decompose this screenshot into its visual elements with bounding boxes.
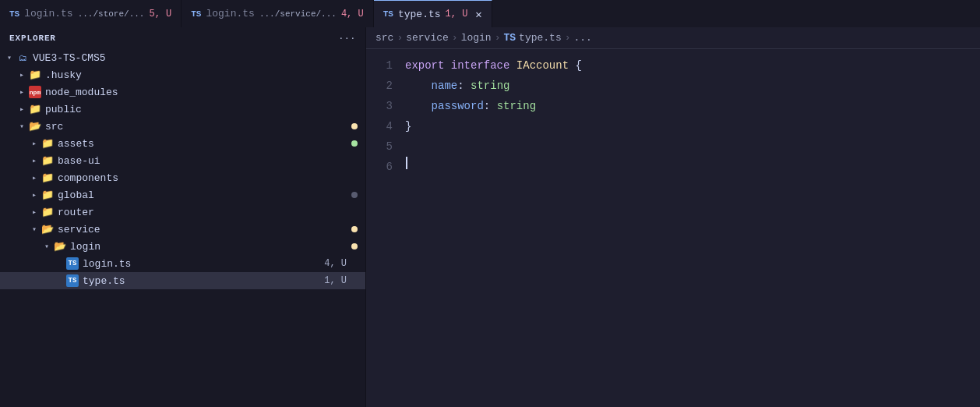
sidebar-item-login-ts[interactable]: TS login.ts 4, U	[0, 255, 365, 272]
sidebar-item-base-ui[interactable]: ▸ 📁 base-ui	[0, 152, 365, 169]
tab-badge-3: 1, U	[446, 9, 468, 19]
tab-filename-1: login.ts	[24, 8, 72, 19]
status-badge-service	[351, 226, 358, 232]
ts-badge-1: TS	[9, 9, 19, 19]
breadcrumb: src › service › login › TS type.ts › ...	[366, 27, 980, 49]
token-indent-3	[405, 96, 432, 116]
chevron-right-icon-nm: ▸	[16, 87, 28, 97]
sidebar-item-label-src: src	[45, 121, 365, 133]
sidebar-item-label-nm: node_modules	[45, 87, 365, 98]
chevron-right-icon: ▸	[16, 70, 28, 80]
line-numbers: 1 2 3 4 5 6	[366, 55, 405, 401]
folder-icon-global: 📁	[41, 188, 55, 202]
sidebar-item-label-assets: assets	[58, 138, 365, 150]
explorer-title: Explorer	[9, 34, 56, 43]
code-line-2: name : string	[405, 76, 980, 96]
ts-badge-3: TS	[383, 9, 393, 19]
sidebar-item-assets[interactable]: ▸ 📁 assets	[0, 135, 365, 152]
tab-path-2: .../service/...	[259, 9, 337, 19]
folder-icon-base-ui: 📁	[41, 154, 55, 168]
token-tilde	[405, 136, 418, 157]
tab-badge-2: 4, U	[341, 9, 364, 19]
sidebar-item-label-components: components	[58, 172, 365, 184]
sidebar-item-public[interactable]: ▸ 📁 public	[0, 101, 365, 118]
sep-2: ›	[452, 32, 458, 44]
token-open-brace: {	[569, 55, 582, 76]
line-num-2: 2	[375, 76, 393, 96]
line-num-1: 1	[375, 55, 393, 76]
breadcrumb-login: login	[461, 32, 492, 44]
code-line-4: }	[405, 116, 980, 136]
tab-type[interactable]: TS type.ts 1, U ✕	[374, 0, 492, 27]
ts-badge-2: TS	[191, 9, 201, 19]
line-num-6: 6	[375, 157, 393, 177]
ts-icon-login: TS	[65, 257, 79, 271]
chevron-right-icon-assets: ▸	[28, 139, 41, 148]
token-indent-2	[405, 76, 432, 96]
more-options-icon[interactable]: ···	[339, 34, 356, 43]
folder-icon-public: 📁	[28, 102, 42, 116]
sidebar-item-label-service: service	[58, 224, 365, 235]
status-badge-global	[351, 192, 358, 198]
line-num-4: 4	[375, 116, 393, 136]
sep-3: ›	[495, 32, 501, 44]
token-string-1: string	[471, 76, 509, 96]
line-num-3: 3	[375, 96, 393, 116]
sidebar-item-label-type-ts: type.ts	[83, 275, 365, 287]
folder-icon-login: 📂	[53, 239, 67, 253]
token-export: export	[405, 55, 451, 76]
sidebar-item-husky[interactable]: ▸ 📁 .husky	[0, 66, 365, 83]
sidebar-item-global[interactable]: ▸ 📁 global	[0, 186, 365, 204]
cursor	[406, 157, 407, 169]
sidebar-item-node-modules[interactable]: ▸ npm node_modules	[0, 83, 365, 101]
sidebar-item-login[interactable]: ▾ 📂 login	[0, 238, 365, 255]
folder-icon-husky: 📁	[28, 68, 42, 82]
folder-icon-assets: 📁	[41, 136, 55, 150]
token-iaccount: IAccount	[516, 55, 569, 76]
sidebar-item-label-global: global	[58, 189, 365, 201]
tab-bar: TS login.ts .../store/... 5, U TS login.…	[0, 0, 980, 27]
sep-4: ›	[565, 32, 571, 44]
login-ts-count: 4, U	[324, 258, 347, 269]
code-lines: export interface IAccount { name : strin…	[405, 55, 980, 401]
sidebar-tree: ▾ 🗂 VUE3-TS-CMS5 ▸ 📁 .husky ▸ npm node_m…	[0, 49, 365, 407]
sidebar: Explorer ··· ▾ 🗂 VUE3-TS-CMS5 ▸ 📁 .husky	[0, 27, 366, 407]
type-ts-count: 1, U	[324, 275, 347, 286]
chevron-down-icon: ▾	[3, 53, 16, 62]
sidebar-item-components[interactable]: ▸ 📁 components	[0, 169, 365, 186]
sidebar-item-label-login-ts: login.ts	[83, 258, 365, 270]
chevron-right-icon-global: ▸	[28, 190, 41, 200]
folder-icon-src: 📂	[28, 119, 42, 133]
close-icon[interactable]: ✕	[475, 8, 481, 21]
chevron-right-icon-base-ui: ▸	[28, 156, 41, 165]
sidebar-item-label-public: public	[45, 104, 365, 115]
breadcrumb-ellipsis: ...	[574, 32, 592, 44]
code-line-5	[405, 136, 980, 157]
sidebar-item-router[interactable]: ▸ 📁 router	[0, 204, 365, 221]
breadcrumb-src: src	[375, 32, 393, 44]
code-line-6	[405, 157, 980, 169]
sidebar-item-root[interactable]: ▾ 🗂 VUE3-TS-CMS5	[0, 49, 365, 66]
chevron-right-icon-router: ▸	[28, 207, 41, 217]
sidebar-item-type-ts[interactable]: TS type.ts 1, U	[0, 272, 365, 289]
editor-area: src › service › login › TS type.ts › ...…	[366, 27, 980, 407]
status-badge-login	[351, 243, 358, 250]
root-folder-icon: 🗂	[16, 51, 30, 65]
tab-login-store[interactable]: TS login.ts .../store/... 5, U	[0, 0, 182, 27]
chevron-down-icon-login: ▾	[41, 242, 53, 251]
sidebar-item-src[interactable]: ▾ 📂 src	[0, 118, 365, 135]
sep-1: ›	[397, 32, 403, 44]
folder-icon-components: 📁	[41, 171, 55, 185]
sidebar-item-label-login: login	[70, 241, 365, 253]
code-line-3: password : string	[405, 96, 980, 116]
token-colon-1: :	[457, 76, 471, 96]
main-layout: Explorer ··· ▾ 🗂 VUE3-TS-CMS5 ▸ 📁 .husky	[0, 27, 980, 407]
tab-login-service[interactable]: TS login.ts .../service/... 4, U	[182, 0, 373, 27]
sidebar-item-service[interactable]: ▾ 📂 service	[0, 221, 365, 238]
breadcrumb-service: service	[406, 32, 449, 44]
ts-icon-type: TS	[65, 274, 79, 288]
token-name-prop: name	[432, 76, 458, 96]
code-line-1: export interface IAccount {	[405, 55, 980, 76]
sidebar-item-label-base-ui: base-ui	[58, 155, 365, 167]
code-area[interactable]: 1 2 3 4 5 6 export interface IAccount { …	[366, 49, 980, 407]
